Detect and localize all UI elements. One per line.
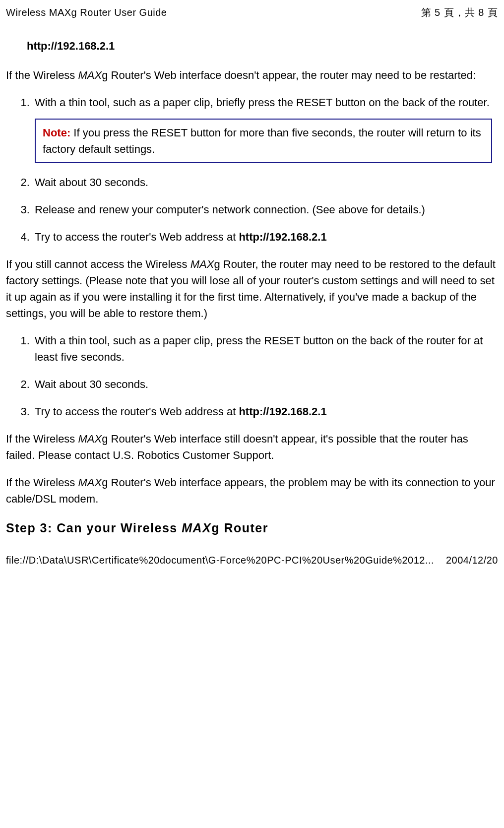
text-segment: If the Wireless	[6, 476, 78, 489]
footer-file-path: file://D:\Data\USR\Certificate%20documen…	[6, 553, 434, 568]
list-item: Try to access the router's Web address a…	[33, 403, 498, 420]
text-segment: If you still cannot access the Wireless	[6, 258, 190, 270]
paragraph-router-failed: If the Wireless MAXg Router's Web interf…	[6, 431, 498, 463]
brand-max: MAX	[78, 433, 102, 445]
step-3-heading: Step 3: Can your Wireless MAXg Router	[6, 519, 498, 538]
router-url-inline: http://192.168.2.1	[239, 231, 326, 243]
step-text: Try to access the router's Web address a…	[35, 405, 239, 418]
list-item: With a thin tool, such as a paper clip, …	[33, 94, 498, 163]
list-item: Wait about 30 seconds.	[33, 376, 498, 392]
brand-max: MAX	[78, 476, 102, 489]
restart-steps-list: With a thin tool, such as a paper clip, …	[6, 94, 498, 245]
page-footer: file://D:\Data\USR\Certificate%20documen…	[6, 553, 498, 568]
list-item: Wait about 30 seconds.	[33, 174, 498, 191]
list-item: Try to access the router's Web address a…	[33, 229, 498, 245]
list-item: With a thin tool, such as a paper clip, …	[33, 332, 498, 365]
router-url: http://192.168.2.1	[27, 38, 498, 54]
footer-date: 2004/12/20	[446, 553, 498, 568]
note-box: Note: If you press the RESET button for …	[35, 119, 492, 163]
brand-max: MAX	[78, 69, 102, 81]
step-text: Try to access the router's Web address a…	[35, 231, 239, 243]
text-segment: If the Wireless	[6, 433, 78, 445]
factory-reset-steps-list: With a thin tool, such as a paper clip, …	[6, 332, 498, 420]
note-text: If you press the RESET button for more t…	[43, 127, 481, 155]
list-item: Release and renew your computer's networ…	[33, 201, 498, 218]
step-text: With a thin tool, such as a paper clip, …	[35, 96, 490, 109]
brand-max: MAX	[190, 258, 214, 270]
router-url-inline: http://192.168.2.1	[239, 405, 326, 418]
text-segment: g Router's Web interface doesn't appear,…	[102, 69, 476, 81]
note-label: Note:	[43, 127, 70, 139]
paragraph-restart-intro: If the Wireless MAXg Router's Web interf…	[6, 67, 498, 83]
header-page-indicator: 第 5 頁，共 8 頁	[421, 5, 498, 20]
header-title: Wireless MAXg Router User Guide	[6, 5, 167, 20]
page-header: Wireless MAXg Router User Guide 第 5 頁，共 …	[6, 5, 498, 20]
heading-text: g Router	[211, 521, 268, 535]
heading-text: Step 3: Can your Wireless	[6, 521, 182, 535]
paragraph-modem-connection: If the Wireless MAXg Router's Web interf…	[6, 474, 498, 507]
paragraph-factory-reset-intro: If you still cannot access the Wireless …	[6, 256, 498, 321]
text-segment: If the Wireless	[6, 69, 78, 81]
brand-max: MAX	[182, 521, 211, 535]
